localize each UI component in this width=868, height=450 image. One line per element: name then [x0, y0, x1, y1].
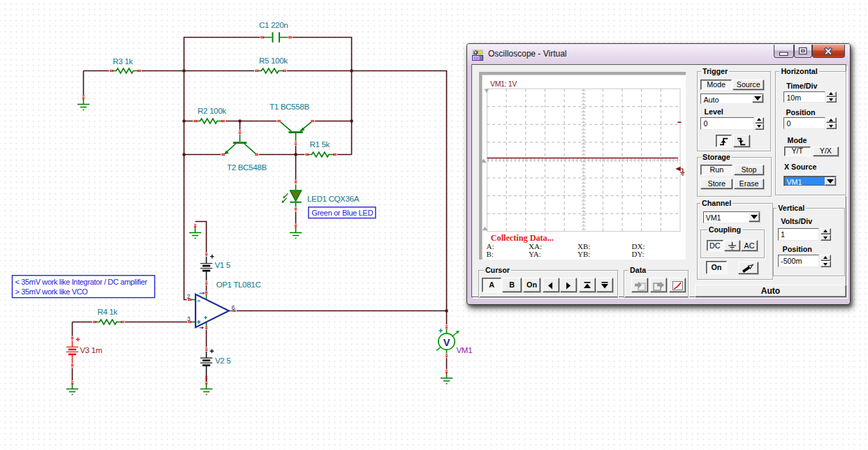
- svg-text:V2 5: V2 5: [215, 357, 230, 365]
- svg-text:R2 100k: R2 100k: [198, 107, 226, 115]
- svg-text:OP1 TL081C: OP1 TL081C: [216, 280, 261, 289]
- svg-text:V1 5: V1 5: [215, 261, 230, 269]
- svg-text:T1 BC558B: T1 BC558B: [270, 103, 309, 111]
- svg-text:VM1: VM1: [457, 346, 473, 354]
- svg-text:YB:: YB:: [578, 250, 590, 258]
- svg-text:R1 5k: R1 5k: [310, 140, 330, 149]
- svg-text:LED1 CQX36A: LED1 CQX36A: [307, 195, 360, 203]
- svg-text:VM1: 1V: VM1: 1V: [490, 80, 517, 88]
- svg-text:T2 BC548B: T2 BC548B: [227, 163, 267, 172]
- svg-text:R5 100k: R5 100k: [259, 57, 288, 65]
- svg-text:2: 2: [187, 293, 191, 300]
- svg-text:YA:: YA:: [529, 250, 541, 258]
- svg-text:Collecting Data...: Collecting Data...: [491, 233, 554, 243]
- svg-text:3: 3: [187, 315, 191, 322]
- svg-text:< 35mV work like Integrator /: < 35mV work like Integrator / DC amplifi…: [15, 278, 148, 286]
- svg-text:> 35mV work like VCO: > 35mV work like VCO: [15, 287, 89, 296]
- svg-text:Green or Blue LED: Green or Blue LED: [311, 209, 373, 217]
- svg-text:C1 220n: C1 220n: [259, 21, 288, 29]
- svg-text:B:: B:: [487, 250, 494, 258]
- svg-text:V: V: [443, 337, 450, 348]
- svg-text:V3 1m: V3 1m: [80, 346, 103, 354]
- svg-text:DY:: DY:: [632, 250, 645, 258]
- svg-text:R4 1k: R4 1k: [98, 308, 118, 316]
- svg-text:R3 1k: R3 1k: [113, 57, 133, 66]
- svg-text:6: 6: [232, 304, 235, 311]
